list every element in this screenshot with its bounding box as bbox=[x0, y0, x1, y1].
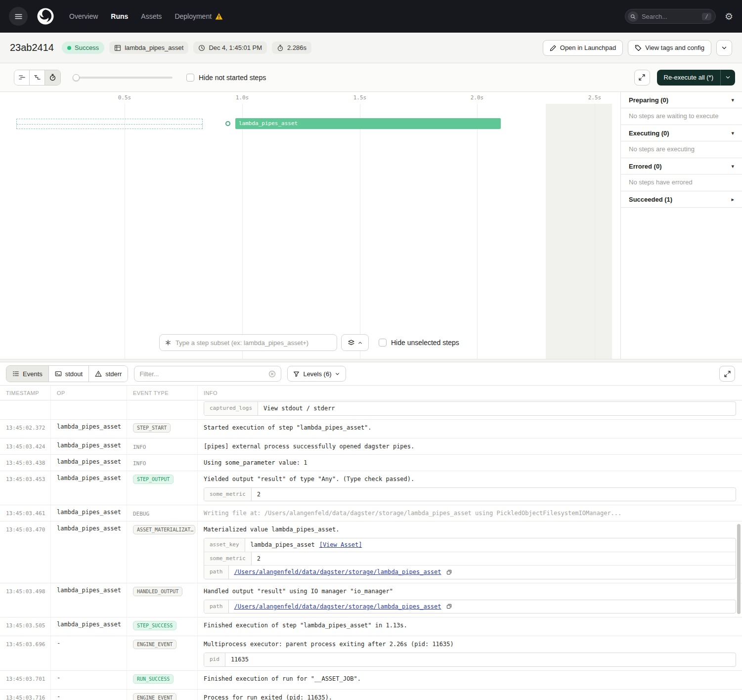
view-mode-waterfall-button[interactable] bbox=[30, 70, 45, 85]
axis-tick: 2.0s bbox=[471, 94, 484, 101]
apply-selection-button[interactable] bbox=[341, 334, 369, 351]
stopwatch-icon bbox=[277, 44, 284, 51]
tab-stdout[interactable]: stdout bbox=[49, 366, 89, 382]
col-info: INFO bbox=[198, 386, 742, 400]
tab-events[interactable]: Events bbox=[6, 366, 49, 382]
hide-unselected-checkbox-row[interactable]: Hide unselected steps bbox=[379, 339, 459, 347]
path-link[interactable]: /Users/alangenfeld/data/dagster/storage/… bbox=[234, 568, 441, 576]
sidebar-section-preparing[interactable]: Preparing (0)▾ bbox=[621, 92, 742, 108]
metadata-row: captured_logs View stdout / stderr bbox=[204, 402, 736, 415]
log-row[interactable]: 13:45:03.438 lambda_pipes_asset INFO Usi… bbox=[0, 455, 742, 471]
nav-runs[interactable]: Runs bbox=[111, 12, 128, 20]
chevron-down-icon: ▾ bbox=[731, 131, 734, 136]
sidebar-section-succeeded[interactable]: Succeeded (1)▸ bbox=[621, 191, 742, 208]
chevron-down-icon bbox=[335, 371, 340, 377]
waterfall-view-icon bbox=[34, 74, 41, 81]
hide-unselected-checkbox[interactable] bbox=[379, 339, 387, 347]
dagster-logo-icon[interactable] bbox=[37, 7, 54, 25]
path-link[interactable]: /Users/alangenfeld/data/dagster/storage/… bbox=[234, 602, 441, 611]
log-filter[interactable] bbox=[134, 366, 281, 382]
op-selector-icon bbox=[165, 339, 172, 346]
settings-gear-icon[interactable]: ⚙ bbox=[725, 12, 733, 21]
metadata-row: pid 11635 bbox=[204, 653, 736, 666]
reexecute-dropdown-button[interactable] bbox=[720, 70, 735, 86]
sidebar-section-executing[interactable]: Executing (0)▾ bbox=[621, 125, 742, 141]
search-shortcut-key: / bbox=[702, 13, 711, 20]
levels-filter-button[interactable]: Levels (6) bbox=[287, 366, 346, 382]
hide-not-started-checkbox[interactable] bbox=[186, 74, 194, 82]
log-row[interactable]: 13:45:03.461 lambda_pipes_asset DEBUG Wr… bbox=[0, 505, 742, 522]
run-actions-dropdown-button[interactable] bbox=[716, 40, 732, 56]
top-nav: Overview Runs Assets Deployment / ⚙ bbox=[0, 0, 742, 33]
log-row[interactable]: captured_logs View stdout / stderr bbox=[0, 400, 742, 420]
step-status-sidebar: Preparing (0)▾ No steps are waiting to e… bbox=[620, 92, 742, 359]
gantt-view-mode-toggle bbox=[14, 70, 61, 86]
reexecute-all-button[interactable]: Re-execute all (*) bbox=[657, 70, 720, 86]
deployment-warning-icon bbox=[215, 12, 223, 20]
log-filter-input[interactable] bbox=[139, 370, 264, 378]
log-row[interactable]: 13:45:03.716 - ENGINE_EVENT Process for … bbox=[0, 690, 742, 700]
metadata-value: 2 bbox=[252, 552, 736, 566]
hide-not-started-checkbox-row[interactable]: Hide not started steps bbox=[186, 74, 266, 82]
metadata-key: some_metric bbox=[204, 488, 252, 501]
logs-fullscreen-button[interactable] bbox=[719, 366, 735, 382]
job-name-chip[interactable]: lambda_pipes_asset bbox=[109, 42, 188, 54]
warning-icon bbox=[95, 370, 102, 377]
gantt-after-run-band bbox=[546, 104, 612, 359]
nav-deployment[interactable]: Deployment bbox=[175, 12, 223, 20]
open-in-launchpad-button[interactable]: Open in Launchpad bbox=[543, 40, 623, 56]
logs-scrollbar[interactable] bbox=[737, 524, 741, 614]
log-message: Finished execution of run for "__ASSET_J… bbox=[204, 675, 361, 682]
global-search[interactable]: / bbox=[625, 9, 716, 24]
step-subset-input[interactable] bbox=[175, 339, 332, 347]
col-event-type: EVENT TYPE bbox=[127, 386, 198, 400]
event-type-label: DEBUG bbox=[133, 509, 149, 517]
logs-tabs: Events stdout stderr bbox=[6, 365, 128, 382]
event-list-icon bbox=[12, 370, 19, 377]
nav-assets[interactable]: Assets bbox=[141, 12, 162, 20]
view-mode-timed-button[interactable] bbox=[45, 70, 60, 85]
gantt-step-bar[interactable]: lambda_pipes_asset bbox=[235, 118, 501, 129]
tab-stderr[interactable]: stderr bbox=[89, 366, 128, 382]
log-message: Finished execution of step "lambda_pipes… bbox=[204, 622, 407, 629]
gantt-fullscreen-button[interactable] bbox=[634, 70, 650, 86]
metadata-table: path /Users/alangenfeld/data/dagster/sto… bbox=[204, 600, 736, 614]
log-row[interactable]: 13:45:03.470 lambda_pipes_asset ASSET_MA… bbox=[0, 522, 742, 583]
funnel-icon bbox=[293, 371, 300, 377]
chevron-down-icon bbox=[725, 74, 731, 81]
metadata-key: path bbox=[204, 566, 229, 579]
axis-tick: 2.5s bbox=[588, 94, 602, 101]
panel-resize-gutter[interactable] bbox=[0, 359, 742, 362]
search-input[interactable] bbox=[642, 13, 698, 20]
logs-toolbar: Events stdout stderr Levels (6) bbox=[0, 362, 742, 386]
nav-overview[interactable]: Overview bbox=[69, 12, 98, 20]
view-tags-config-button[interactable]: View tags and config bbox=[628, 40, 711, 56]
gantt-zoom-slider[interactable] bbox=[73, 70, 173, 85]
copy-icon[interactable] bbox=[446, 569, 452, 575]
log-row[interactable]: 13:45:02.372 lambda_pipes_asset STEP_STA… bbox=[0, 420, 742, 438]
gantt-toolbar: Hide not started steps Re-execute all (*… bbox=[0, 63, 742, 92]
step-subset-selector[interactable] bbox=[159, 334, 337, 351]
view-asset-link[interactable]: [View Asset] bbox=[319, 540, 362, 549]
copy-icon[interactable] bbox=[446, 603, 452, 610]
log-row[interactable]: 13:45:03.498 lambda_pipes_asset HANDLED_… bbox=[0, 583, 742, 618]
log-row[interactable]: 13:45:03.453 lambda_pipes_asset STEP_OUT… bbox=[0, 471, 742, 506]
event-type-badge: ASSET_MATERIALIZAT… bbox=[133, 525, 195, 534]
axis-gridline bbox=[242, 104, 243, 359]
log-message: Handled output "result" using IO manager… bbox=[204, 588, 393, 595]
axis-gridline bbox=[125, 104, 125, 359]
log-row[interactable]: 13:45:03.424 lambda_pipes_asset INFO [pi… bbox=[0, 438, 742, 455]
log-row[interactable]: 13:45:03.505 lambda_pipes_asset STEP_SUC… bbox=[0, 617, 742, 636]
hamburger-menu-button[interactable] bbox=[9, 7, 28, 26]
log-op-name: lambda_pipes_asset bbox=[51, 420, 127, 438]
log-timestamp: 13:45:02.372 bbox=[0, 420, 51, 438]
log-timestamp: 13:45:03.438 bbox=[0, 455, 51, 471]
slider-knob[interactable] bbox=[73, 74, 80, 81]
sidebar-section-errored[interactable]: Errored (0)▾ bbox=[621, 158, 742, 175]
log-row[interactable]: 13:45:03.701 - RUN_SUCCESS Finished exec… bbox=[0, 671, 742, 690]
clear-filter-icon[interactable] bbox=[268, 370, 276, 378]
slider-track[interactable] bbox=[73, 77, 173, 79]
clock-icon bbox=[198, 44, 205, 51]
log-row[interactable]: 13:45:03.696 - ENGINE_EVENT Multiprocess… bbox=[0, 636, 742, 671]
view-mode-flat-button[interactable] bbox=[14, 70, 30, 85]
